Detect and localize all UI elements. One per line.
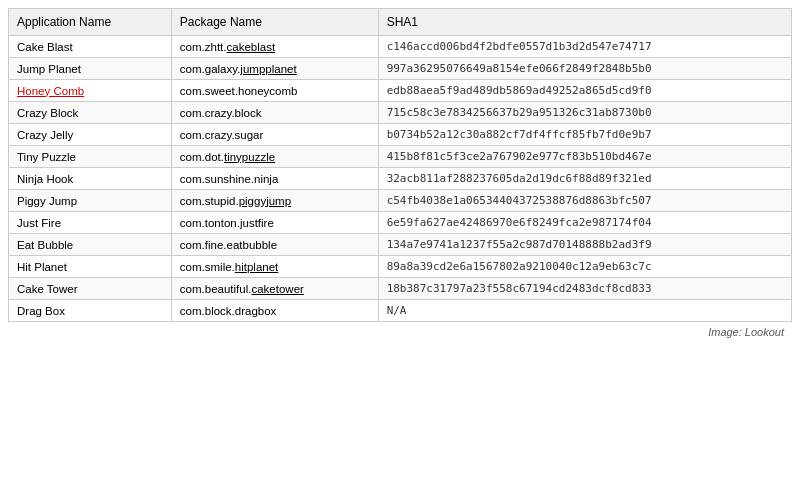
app-name-cell: Jump Planet [9, 58, 172, 80]
package-name-cell: com.tonton.justfire [171, 212, 378, 234]
table-row: Tiny Puzzlecom.dot.tinypuzzle415b8f81c5f… [9, 146, 792, 168]
package-underlined-part: jumpplanet [240, 63, 296, 75]
sha1-cell: 415b8f81c5f3ce2a767902e977cf83b510bd467e [378, 146, 791, 168]
app-name-cell: Just Fire [9, 212, 172, 234]
package-name-cell: com.stupid.piggyjump [171, 190, 378, 212]
sha1-cell: 32acb811af288237605da2d19dc6f88d89f321ed [378, 168, 791, 190]
col-header-sha1: SHA1 [378, 9, 791, 36]
app-name-text: Ninja Hook [17, 173, 73, 185]
app-name-text: Eat Bubble [17, 239, 73, 251]
app-name-text: Piggy Jump [17, 195, 77, 207]
table-container: Application Name Package Name SHA1 Cake … [0, 0, 800, 350]
app-name-cell: Drag Box [9, 300, 172, 322]
app-name-cell: Eat Bubble [9, 234, 172, 256]
table-row: Cake Towercom.beautiful.caketower18b387c… [9, 278, 792, 300]
sha1-cell: c146accd006bd4f2bdfe0557d1b3d2d547e74717 [378, 36, 791, 58]
sha1-cell: b0734b52a12c30a882cf7df4ffcf85fb7fd0e9b7 [378, 124, 791, 146]
table-row: Crazy Blockcom.crazy.block715c58c3e78342… [9, 102, 792, 124]
app-name-text: Drag Box [17, 305, 65, 317]
sha1-cell: edb88aea5f9ad489db5869ad49252a865d5cd9f0 [378, 80, 791, 102]
package-name-cell: com.sweet.honeycomb [171, 80, 378, 102]
app-name-cell: Crazy Jelly [9, 124, 172, 146]
table-row: Hit Planetcom.smile.hitplanet89a8a39cd2e… [9, 256, 792, 278]
sha1-cell: c54fb4038e1a06534404372538876d8863bfc507 [378, 190, 791, 212]
app-name-text: Honey Comb [17, 85, 84, 97]
app-name-cell: Piggy Jump [9, 190, 172, 212]
table-row: Cake Blastcom.zhtt.cakeblastc146accd006b… [9, 36, 792, 58]
table-row: Crazy Jellycom.crazy.sugarb0734b52a12c30… [9, 124, 792, 146]
package-underlined-part: hitplanet [235, 261, 278, 273]
package-underlined-part: cakeblast [227, 41, 276, 53]
app-table: Application Name Package Name SHA1 Cake … [8, 8, 792, 322]
app-name-text: Hit Planet [17, 261, 67, 273]
table-row: Piggy Jumpcom.stupid.piggyjumpc54fb4038e… [9, 190, 792, 212]
package-underlined-part: caketower [251, 283, 303, 295]
table-row: Honey Combcom.sweet.honeycombedb88aea5f9… [9, 80, 792, 102]
package-name-cell: com.beautiful.caketower [171, 278, 378, 300]
sha1-cell: 134a7e9741a1237f55a2c987d70148888b2ad3f9 [378, 234, 791, 256]
package-name-cell: com.block.dragbox [171, 300, 378, 322]
package-name-cell: com.crazy.sugar [171, 124, 378, 146]
image-credit: Image: Lookout [8, 322, 792, 342]
table-row: Ninja Hookcom.sunshine.ninja32acb811af28… [9, 168, 792, 190]
col-header-app-name: Application Name [9, 9, 172, 36]
app-name-cell: Ninja Hook [9, 168, 172, 190]
sha1-cell: 18b387c31797a23f558c67194cd2483dcf8cd833 [378, 278, 791, 300]
app-name-text: Tiny Puzzle [17, 151, 76, 163]
package-prefix: com.dot. [180, 151, 224, 163]
package-prefix: com.stupid. [180, 195, 239, 207]
package-prefix: com.smile. [180, 261, 235, 273]
table-row: Jump Planetcom.galaxy.jumpplanet997a3629… [9, 58, 792, 80]
sha1-cell: N/A [378, 300, 791, 322]
app-name-text: Jump Planet [17, 63, 81, 75]
app-name-text: Crazy Block [17, 107, 78, 119]
table-header-row: Application Name Package Name SHA1 [9, 9, 792, 36]
package-name-cell: com.zhtt.cakeblast [171, 36, 378, 58]
app-name-cell: Hit Planet [9, 256, 172, 278]
package-prefix: com.zhtt. [180, 41, 227, 53]
app-name-text: Cake Tower [17, 283, 78, 295]
package-prefix: com.galaxy. [180, 63, 241, 75]
table-row: Just Firecom.tonton.justfire6e59fa627ae4… [9, 212, 792, 234]
sha1-cell: 997a36295076649a8154efe066f2849f2848b5b0 [378, 58, 791, 80]
table-row: Eat Bubblecom.fine.eatbubble134a7e9741a1… [9, 234, 792, 256]
package-prefix: com.beautiful. [180, 283, 252, 295]
sha1-cell: 6e59fa627ae42486970e6f8249fca2e987174f04 [378, 212, 791, 234]
package-name-cell: com.crazy.block [171, 102, 378, 124]
package-name-cell: com.sunshine.ninja [171, 168, 378, 190]
app-name-cell: Tiny Puzzle [9, 146, 172, 168]
app-name-cell: Cake Tower [9, 278, 172, 300]
package-name-cell: com.dot.tinypuzzle [171, 146, 378, 168]
package-name-cell: com.smile.hitplanet [171, 256, 378, 278]
table-row: Drag Boxcom.block.dragboxN/A [9, 300, 792, 322]
package-name-cell: com.fine.eatbubble [171, 234, 378, 256]
package-underlined-part: piggyjump [239, 195, 291, 207]
package-underlined-part: tinypuzzle [224, 151, 275, 163]
app-name-text: Cake Blast [17, 41, 73, 53]
app-name-text: Just Fire [17, 217, 61, 229]
app-name-cell: Honey Comb [9, 80, 172, 102]
col-header-package-name: Package Name [171, 9, 378, 36]
package-name-cell: com.galaxy.jumpplanet [171, 58, 378, 80]
sha1-cell: 715c58c3e7834256637b29a951326c31ab8730b0 [378, 102, 791, 124]
app-name-text: Crazy Jelly [17, 129, 73, 141]
app-name-cell: Cake Blast [9, 36, 172, 58]
app-name-cell: Crazy Block [9, 102, 172, 124]
sha1-cell: 89a8a39cd2e6a1567802a9210040c12a9eb63c7c [378, 256, 791, 278]
